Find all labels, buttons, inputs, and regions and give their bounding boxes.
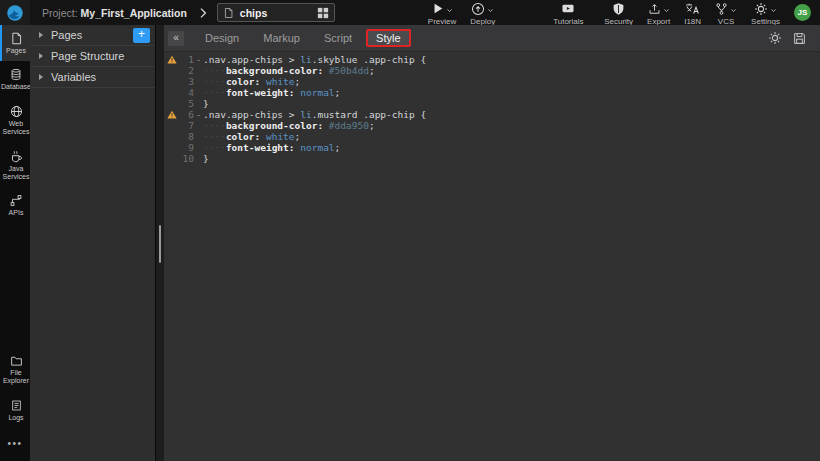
code-line-4[interactable]: 4····font-weight: normal; [164,87,820,98]
panel-section-page-structure[interactable]: Page Structure [30,46,155,67]
project-name: My_First_Application [81,7,187,19]
line-number: 2 [179,65,194,76]
add-page-button[interactable]: + [133,28,150,43]
project-label: Project: [42,7,78,19]
line-number: 3 [179,76,194,87]
code-line-5[interactable]: 5} [164,98,820,109]
tab-design[interactable]: Design [195,29,249,47]
rail-item-apis[interactable]: APIs [0,187,30,223]
security-icon [612,2,625,16]
rail-item-logs[interactable]: Logs [0,392,30,428]
current-page-name: chips [240,7,311,19]
deploy-icon [471,2,485,16]
tab-script[interactable]: Script [314,29,362,47]
rail-item-pages[interactable]: Pages [0,25,30,61]
grid-icon[interactable] [317,7,329,19]
pages-icon [10,32,23,45]
apis-icon [10,194,22,207]
vcs-icon [715,2,728,16]
topbar-action-settings[interactable]: Settings [744,0,787,26]
chevron-down-icon[interactable] [730,7,737,14]
line-number: 9 [179,142,194,153]
code-text: ····font-weight: normal; [203,87,340,98]
code-line-8[interactable]: 8····color: white; [164,131,820,142]
code-line-9[interactable]: 9····font-weight: normal; [164,142,820,153]
file-explorer-icon [10,355,23,367]
topbar-action-export[interactable]: Export [640,0,677,26]
code-text: ····background-color: #dda950; [203,120,375,131]
topbar: Project:My_First_Application chips Previ… [0,0,820,25]
code-text: .nav.app-chips > li.skyblue .app-chip { [203,54,426,65]
topbar-right-actions: SecurityExportI18NVCSSettings [597,0,787,26]
topbar-action-vcs[interactable]: VCS [708,0,744,26]
chevron-down-icon[interactable] [487,7,494,14]
code-line-3[interactable]: 3····color: white; [164,76,820,87]
code-text: ····color: white; [203,131,300,142]
page-selector[interactable]: chips [217,3,335,22]
fold-marker[interactable]: - [194,109,203,120]
topbar-action-deploy[interactable]: Deploy [463,0,502,26]
line-number: 5 [179,98,194,109]
tab-markup[interactable]: Markup [253,29,310,47]
code-text: ····background-color: #50b4dd; [203,65,375,76]
main-area: PagesDatabasesWeb ServicesJava ServicesA… [0,25,820,461]
topbar-action-i18n[interactable]: I18N [677,0,708,26]
code-line-7[interactable]: 7····background-color: #dda950; [164,120,820,131]
save-icon[interactable] [793,32,806,45]
logs-icon [11,399,22,412]
app-logo-icon[interactable] [0,0,30,25]
warning-icon [164,110,179,119]
app-root: Project:My_First_Application chips Previ… [0,0,820,461]
editor-tab-actions [768,31,812,45]
chevron-right-icon [39,32,43,38]
line-number: 4 [179,87,194,98]
resize-handle[interactable] [159,225,161,263]
chevron-right-icon [199,7,207,19]
rail-more-button[interactable]: ••• [0,428,30,461]
code-text: ····color: white; [203,76,300,87]
rail-item-databases[interactable]: Databases [0,61,30,97]
left-rail: PagesDatabasesWeb ServicesJava ServicesA… [0,25,30,461]
editor-settings-gear-icon[interactable] [768,31,782,45]
style-code-editor[interactable]: 1-.nav.app-chips > li.skyblue .app-chip … [164,52,820,461]
code-line-6[interactable]: 6-.nav.app-chips > li.mustard .app-chip … [164,109,820,120]
editor-tabbar: « DesignMarkupScriptStyle [164,25,820,52]
code-line-10[interactable]: 10} [164,153,820,164]
chevron-right-icon [39,53,43,59]
fold-marker[interactable]: - [194,54,203,65]
collapse-panel-button[interactable]: « [168,31,184,46]
chevron-down-icon[interactable] [663,7,670,14]
code-text: .nav.app-chips > li.mustard .app-chip { [203,109,426,120]
avatar[interactable]: JS [794,4,811,21]
topbar-action-preview[interactable]: Preview [421,0,463,26]
chevron-down-icon[interactable] [770,7,777,14]
rail-item-java-services[interactable]: Java Services [0,143,30,188]
warning-icon [164,55,179,64]
java-services-icon [10,150,23,163]
line-number: 10 [179,153,194,164]
chevron-down-icon[interactable] [446,7,453,14]
topbar-action-security[interactable]: Security [597,0,640,26]
code-text: } [203,98,209,109]
preview-icon [432,2,444,15]
rail-item-file-explorer[interactable]: File Explorer [0,348,30,392]
line-number: 1 [179,54,194,65]
panel-resize-divider[interactable] [156,25,164,461]
breadcrumb-project: Project:My_First_Application [42,7,187,19]
i18n-icon [685,2,700,15]
topbar-action-tutorials[interactable]: Tutorials [546,0,590,26]
pages-panel: Pages+Page StructureVariables [30,25,156,461]
topbar-left-actions: PreviewDeployTutorials [421,0,591,26]
web-services-icon [10,105,23,118]
panel-section-pages[interactable]: Pages+ [30,25,155,46]
panel-section-variables[interactable]: Variables [30,67,155,88]
line-number: 6 [179,109,194,120]
line-number: 8 [179,131,194,142]
export-icon [648,2,661,16]
tab-style[interactable]: Style [366,29,410,47]
tutorials-icon [561,2,575,15]
code-line-1[interactable]: 1-.nav.app-chips > li.skyblue .app-chip … [164,54,820,65]
rail-item-web-services[interactable]: Web Services [0,98,30,143]
code-text: ····font-weight: normal; [203,142,340,153]
code-line-2[interactable]: 2····background-color: #50b4dd; [164,65,820,76]
